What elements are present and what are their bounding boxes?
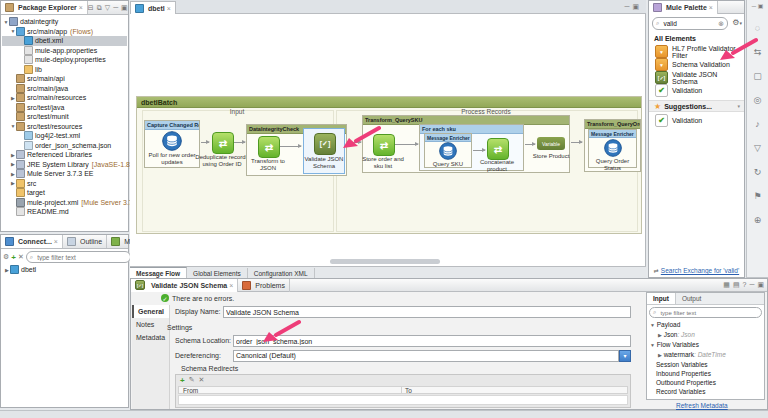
close-icon[interactable]: × bbox=[709, 4, 713, 11]
connect-tree-item-dbetl[interactable]: ▶ dbetl bbox=[4, 265, 36, 275]
tab-input[interactable]: Input bbox=[647, 293, 676, 304]
suggestions-header[interactable]: ★ Suggestions... ▾ bbox=[649, 100, 744, 112]
tab-validate-json-schema-properties[interactable]: [✓] Validate JSON Schema × bbox=[131, 279, 238, 292]
tree-item-src-main-java[interactable]: src/main/java bbox=[2, 84, 127, 94]
help-icon[interactable]: ? bbox=[743, 281, 747, 289]
security-category-icon[interactable]: ⊕ bbox=[747, 215, 768, 225]
horizontal-scrollbar[interactable] bbox=[330, 259, 440, 264]
palette-item-hl7-validator[interactable]: ▼HL7 Profile Validator Filter bbox=[649, 45, 744, 58]
tab-mule-palette[interactable]: Mule Palette × bbox=[649, 1, 718, 14]
validate-json-icon[interactable]: [✓] bbox=[314, 133, 336, 155]
edit-icon[interactable]: ✎ bbox=[189, 376, 195, 385]
transformer-icon[interactable]: ⇄ bbox=[487, 138, 509, 160]
tree-item-src-main-app[interactable]: ▼src/main/app(Flows) bbox=[2, 27, 127, 37]
collapse-all-icon[interactable]: ⊟ bbox=[88, 4, 94, 12]
tab-package-explorer[interactable]: Package Explorer × bbox=[1, 1, 88, 14]
tree-item-src-main-resources[interactable]: ▶src/main/resources bbox=[2, 93, 127, 103]
tree-item-src[interactable]: ▶src bbox=[2, 179, 127, 189]
link-editor-icon[interactable]: ⧉ bbox=[97, 4, 102, 12]
tree-item-jre-library[interactable]: ▶JRE System Library[JavaSE-1.8] bbox=[2, 160, 127, 170]
maximize-icon[interactable]: ▣ bbox=[121, 4, 128, 12]
gear-icon[interactable]: ⚙▾ bbox=[732, 18, 742, 27]
datasense-item[interactable]: ▶ watermark: DateTime bbox=[650, 350, 764, 360]
datasense-filter-input[interactable] bbox=[658, 309, 758, 317]
minimize-icon[interactable]: ─ bbox=[752, 3, 756, 9]
rail-metadata[interactable]: Metadata bbox=[132, 331, 169, 344]
search-exchange-link[interactable]: Search Exchange for 'valid' bbox=[661, 267, 739, 274]
add-icon[interactable]: + bbox=[180, 376, 185, 385]
palette-search[interactable]: ⌕ ⊗ bbox=[652, 17, 728, 30]
database-icon[interactable] bbox=[439, 142, 457, 160]
datasense-item[interactable]: ▼ Flow Variables bbox=[650, 340, 764, 350]
tree-item-src-test-resources[interactable]: ▼src/test/resources bbox=[2, 122, 127, 132]
tree-item-mule-app-properties[interactable]: mule-app.properties bbox=[2, 46, 127, 56]
datasense-item[interactable]: Outbound Properties bbox=[650, 378, 764, 387]
tree-item-readme[interactable]: README.md bbox=[2, 207, 127, 217]
variable-icon[interactable]: Variable bbox=[537, 137, 565, 150]
tab-output[interactable]: Output bbox=[676, 293, 708, 304]
twistie-icon[interactable]: ▼ bbox=[650, 322, 655, 328]
close-icon[interactable]: × bbox=[79, 4, 83, 11]
datasense-item[interactable]: Session Variables bbox=[650, 360, 764, 369]
view-menu-icon[interactable]: ▽ bbox=[105, 4, 110, 12]
tab-connect[interactable]: Connect... × bbox=[1, 235, 63, 248]
tab-problems[interactable]: Problems bbox=[238, 279, 290, 292]
palette-search-input[interactable] bbox=[661, 19, 718, 28]
palette-search-category-icon[interactable]: ◌ bbox=[747, 23, 768, 33]
tree-item-project[interactable]: ▼dataintegrity bbox=[2, 17, 127, 27]
datasense-filter[interactable]: ⌕ bbox=[649, 307, 762, 318]
tree-item-order-json-schema[interactable]: order_json_schema.json bbox=[2, 141, 127, 151]
maximize-icon[interactable]: ▣ bbox=[758, 3, 764, 9]
clear-search-icon[interactable]: ⊗ bbox=[718, 20, 724, 28]
display-name-input[interactable] bbox=[223, 306, 631, 318]
tab-outline[interactable]: Outline bbox=[63, 235, 107, 248]
transformer-icon[interactable]: ⇄ bbox=[212, 132, 234, 154]
palette-item-validation[interactable]: ✔Validation bbox=[649, 84, 744, 97]
twistie-icon[interactable]: ▶ bbox=[658, 332, 662, 338]
close-icon[interactable]: × bbox=[167, 5, 171, 12]
close-icon[interactable]: × bbox=[229, 282, 233, 289]
tree-item-dbetl-xml[interactable]: dbetl.xml bbox=[2, 36, 127, 46]
minimize-icon[interactable]: ─ bbox=[113, 4, 118, 12]
twistie-icon[interactable]: ▶ bbox=[658, 352, 662, 358]
twistie-icon[interactable]: ▼ bbox=[650, 342, 655, 348]
maximize-icon[interactable]: ▣ bbox=[632, 3, 639, 11]
layout-icon[interactable]: ▤ bbox=[733, 281, 740, 289]
database-icon[interactable] bbox=[162, 131, 182, 151]
tree-item-src-test-munit[interactable]: src/test/munit bbox=[2, 112, 127, 122]
minimize-icon[interactable]: ─ bbox=[624, 3, 629, 11]
rail-notes[interactable]: Notes bbox=[132, 318, 169, 331]
filters-category-icon[interactable]: ▽ bbox=[747, 143, 768, 153]
tree-item-target[interactable]: target bbox=[2, 188, 127, 198]
tree-item-referenced-libraries[interactable]: ▶Referenced Libraries bbox=[2, 150, 127, 160]
tree-item-log4j2-test-xml[interactable]: log4j2-test.xml bbox=[2, 131, 127, 141]
dereferencing-combo[interactable]: Canonical (Default) bbox=[233, 350, 619, 362]
rail-general[interactable]: General bbox=[132, 305, 169, 318]
tab-editor-dbetl[interactable]: dbetl × bbox=[130, 1, 176, 15]
gear-icon[interactable]: ⚙ bbox=[3, 253, 9, 261]
refresh-metadata-link[interactable]: Refresh Metadata bbox=[676, 402, 728, 409]
datasense-item[interactable]: ▼ Payload bbox=[650, 320, 764, 330]
tree-item-mule-project-xml[interactable]: mule-project.xml[Mule Server 3.7.3 EE] bbox=[2, 198, 127, 208]
tree-item-mule-server[interactable]: ▶Mule Server 3.7.3 EE bbox=[2, 169, 127, 179]
chevron-down-icon[interactable]: ▾ bbox=[737, 103, 740, 109]
flow-title-bar[interactable]: dbetlBatch bbox=[137, 97, 641, 108]
transformer-icon[interactable]: ⇄ bbox=[258, 136, 280, 158]
connectors-category-icon[interactable]: ⇆ bbox=[747, 47, 768, 57]
tree-item-src-main-api[interactable]: src/main/api bbox=[2, 74, 127, 84]
redirects-table-body[interactable] bbox=[178, 395, 628, 405]
tree-item-lib[interactable]: lib bbox=[2, 65, 127, 75]
tree-item-src-test-java[interactable]: src/test/java bbox=[2, 103, 127, 113]
transformer-icon[interactable]: ⇄ bbox=[373, 134, 395, 156]
transformers-category-icon[interactable]: ♪ bbox=[747, 119, 768, 129]
palette-item-schema-validation[interactable]: ▼Schema Validation bbox=[649, 58, 744, 71]
connect-filter[interactable]: ⌕ bbox=[26, 251, 131, 263]
dropdown-arrow-icon[interactable]: ▾ bbox=[619, 350, 631, 362]
minimize-icon[interactable]: ─ bbox=[749, 281, 754, 289]
maximize-icon[interactable]: ▣ bbox=[757, 281, 764, 289]
flow-control-category-icon[interactable]: ↻ bbox=[747, 167, 768, 177]
datasense-item[interactable]: Record Variables bbox=[650, 387, 764, 396]
table-view-icon[interactable]: ▦ bbox=[723, 281, 730, 289]
connect-filter-input[interactable] bbox=[35, 253, 127, 262]
scopes-category-icon[interactable]: ▢ bbox=[747, 71, 768, 81]
